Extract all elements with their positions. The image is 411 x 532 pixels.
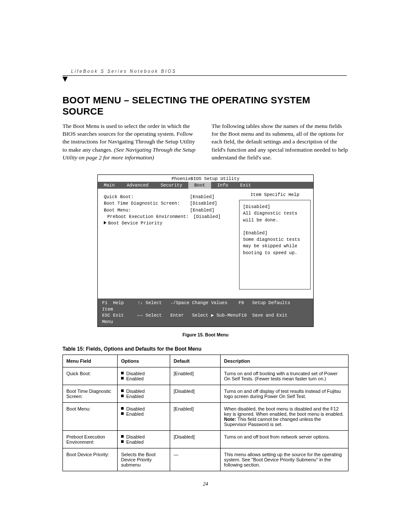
bios-field-value: [Enabled] bbox=[190, 207, 233, 214]
bullet-icon bbox=[121, 440, 124, 443]
table-row: Boot Menu:DisabledEnabled[Enabled]When d… bbox=[63, 402, 349, 430]
bios-field-row[interactable]: Boot Time Diagnostic Screen:[Disabled] bbox=[104, 200, 233, 207]
td-menu-field: Quick Boot: bbox=[63, 367, 118, 385]
td-desc: When disabled, the boot menu is disabled… bbox=[221, 402, 349, 430]
td-menu-field: Boot Device Priority: bbox=[63, 448, 118, 471]
bios-foot-enter: Enter bbox=[170, 313, 184, 318]
table-row: Boot Device Priority:Selects the Boot De… bbox=[63, 448, 349, 471]
bios-tab-boot[interactable]: Boot bbox=[188, 182, 211, 189]
table-row: Preboot Execution Environment:DisabledEn… bbox=[63, 430, 349, 448]
bios-field-label: Preboot Execution Environment: bbox=[104, 214, 193, 220]
bios-foot-defaults: Setup Defaults bbox=[252, 300, 290, 305]
td-menu-field: Boot Menu: bbox=[63, 402, 118, 430]
bios-foot-help: Help bbox=[113, 300, 124, 305]
bios-foot-exit: Exit bbox=[113, 313, 124, 318]
bullet-icon bbox=[121, 407, 124, 410]
bios-field-label: Boot Time Diagnostic Screen: bbox=[104, 200, 190, 207]
bios-tab-advanced[interactable]: Advanced bbox=[121, 182, 154, 189]
td-menu-field: Preboot Execution Environment: bbox=[63, 430, 118, 448]
bios-field-label: Quick Boot: bbox=[104, 194, 190, 200]
page-title: BOOT MENU – SELECTING THE OPERATING SYST… bbox=[62, 95, 349, 117]
intro-right: The following tables show the names of t… bbox=[212, 122, 349, 162]
bios-field-value: [Disabled] bbox=[190, 200, 233, 207]
figure-caption: Figure 15. Boot Menu bbox=[62, 332, 349, 337]
table-row: Quick Boot:DisabledEnabled[Enabled]Turns… bbox=[63, 367, 349, 385]
table-row: Boot Time Diagnostic Screen:DisabledEnab… bbox=[63, 385, 349, 402]
running-head: LifeBook S Series Notebook BIOS bbox=[62, 69, 349, 74]
td-options: Selects the Boot Device Priority submenu bbox=[118, 448, 170, 471]
bios-field-row[interactable]: Preboot Execution Environment:[Disabled] bbox=[104, 214, 233, 220]
bullet-icon bbox=[121, 435, 124, 438]
th-options: Options bbox=[118, 355, 170, 367]
header-arrow-icon bbox=[62, 77, 68, 82]
bios-footer: F1 Help ↑↓ Select Item -/Space Change Va… bbox=[98, 299, 313, 327]
td-options: DisabledEnabled bbox=[118, 367, 170, 385]
td-default: [Enabled] bbox=[170, 402, 221, 430]
bios-field-row[interactable]: Quick Boot:[Enabled] bbox=[104, 194, 233, 200]
table-caption: Table 15: Fields, Options and Defaults f… bbox=[62, 346, 349, 352]
bios-foot-esc: ESC bbox=[102, 313, 110, 318]
td-desc: This menu allows setting up the source f… bbox=[221, 448, 349, 471]
bios-field-value: [Enabled] bbox=[190, 194, 233, 200]
page-number: 24 bbox=[62, 481, 349, 487]
bullet-icon bbox=[121, 377, 124, 380]
bios-tab-main[interactable]: Main bbox=[98, 182, 121, 189]
bullet-icon bbox=[121, 372, 124, 374]
bios-foot-f9: F9 bbox=[239, 300, 244, 305]
bullet-icon bbox=[121, 412, 124, 415]
bios-field-row[interactable]: Boot Menu:[Enabled] bbox=[104, 207, 233, 214]
bios-tab-security[interactable]: Security bbox=[155, 182, 188, 189]
td-desc: Turns on and off display of test results… bbox=[221, 385, 349, 402]
bios-help-body: [Disabled]All diagnostic tests will be d… bbox=[239, 200, 311, 289]
bios-tab-info[interactable]: Info bbox=[211, 182, 234, 189]
bios-foot-f10: F10 bbox=[239, 313, 247, 318]
td-options: DisabledEnabled bbox=[118, 385, 170, 402]
bios-foot-selitem: ↑↓ Select Item bbox=[102, 300, 162, 312]
td-menu-field: Boot Time Diagnostic Screen: bbox=[63, 385, 118, 402]
bios-foot-selmenu: ←→ Select Menu bbox=[102, 313, 162, 324]
intro-columns: The Boot Menu is used to select the orde… bbox=[62, 122, 349, 162]
bios-field-label: Boot Menu: bbox=[104, 207, 190, 214]
bios-panel: PhoenixBIOS Setup Utility MainAdvancedSe… bbox=[97, 174, 314, 327]
intro-left: The Boot Menu is used to select the orde… bbox=[62, 122, 199, 162]
bios-field-row[interactable]: Boot Device Priority bbox=[104, 220, 233, 227]
td-default: [Enabled] bbox=[170, 367, 221, 385]
bios-foot-save: Save and Exit bbox=[252, 313, 287, 318]
bios-field-label: Boot Device Priority bbox=[104, 220, 190, 227]
table-header-row: Menu Field Options Default Description bbox=[63, 355, 349, 367]
bios-foot-f1: F1 bbox=[102, 300, 108, 305]
bios-title: PhoenixBIOS Setup Utility bbox=[98, 175, 313, 182]
td-default: [Disabled] bbox=[170, 385, 221, 402]
td-default: — bbox=[170, 448, 221, 471]
bios-foot-submenu: Select ▶ Sub-Menu bbox=[192, 313, 238, 318]
bios-foot-change: -/Space Change Values bbox=[170, 300, 227, 305]
submenu-arrow-icon bbox=[104, 221, 106, 224]
bios-help-pane: Item Specific Help [Disabled]All diagnos… bbox=[237, 189, 313, 299]
bullet-icon bbox=[121, 395, 124, 397]
bios-help-title: Item Specific Help bbox=[239, 191, 311, 200]
header-rule bbox=[62, 75, 347, 76]
bios-field-value: [Disabled] bbox=[193, 214, 233, 220]
boot-fields-table: Menu Field Options Default Description Q… bbox=[62, 355, 349, 471]
td-desc: Turns on and off boot from network serve… bbox=[221, 430, 349, 448]
th-menu-field: Menu Field bbox=[63, 355, 118, 367]
bios-tabs: MainAdvancedSecurityBootInfoExit bbox=[98, 182, 313, 189]
bios-field-value bbox=[190, 220, 233, 227]
td-options: DisabledEnabled bbox=[118, 430, 170, 448]
td-default: [Disabled] bbox=[170, 430, 221, 448]
bios-tab-exit[interactable]: Exit bbox=[234, 182, 257, 189]
td-options: DisabledEnabled bbox=[118, 402, 170, 430]
th-desc: Description bbox=[221, 355, 349, 367]
th-default: Default bbox=[170, 355, 221, 367]
td-desc: Turns on and off booting with a truncate… bbox=[221, 367, 349, 385]
bullet-icon bbox=[121, 389, 124, 392]
bios-field-list: Quick Boot:[Enabled]Boot Time Diagnostic… bbox=[98, 189, 237, 299]
